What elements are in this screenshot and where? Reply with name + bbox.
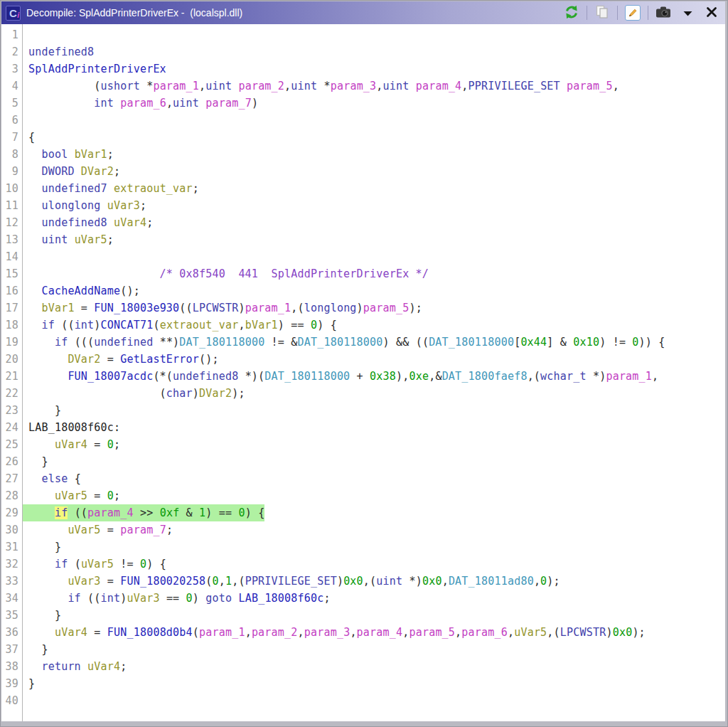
code-line[interactable]: 24LAB_18008f60c: xyxy=(1,419,725,436)
code-token[interactable] xyxy=(28,165,41,178)
code-token[interactable]: (*( xyxy=(153,370,173,383)
code-token[interactable]: , xyxy=(298,626,304,639)
code-line[interactable]: 32 if (uVar5 != 0) { xyxy=(1,556,725,573)
code-line-text[interactable] xyxy=(23,248,28,265)
code-line-text[interactable] xyxy=(23,692,28,709)
code-token[interactable] xyxy=(68,148,74,161)
code-token[interactable]: 0x0 xyxy=(613,626,633,639)
code-token[interactable]: 0xf xyxy=(160,506,180,519)
code-token[interactable]: } xyxy=(28,643,48,656)
code-token[interactable]: LPCWSTR xyxy=(560,626,606,639)
code-token[interactable]: param_3 xyxy=(304,626,350,639)
code-token[interactable]: ; xyxy=(193,182,199,195)
code-token[interactable]: , xyxy=(613,80,619,92)
code-token[interactable]: , xyxy=(376,80,382,92)
code-token[interactable] xyxy=(28,97,94,110)
code-token[interactable]: else xyxy=(41,472,68,485)
code-token[interactable]: uVar5 xyxy=(75,233,107,246)
code-line[interactable]: 8 bool bVar1; xyxy=(1,146,725,163)
code-token[interactable]: uint xyxy=(383,80,410,92)
code-token[interactable]: uVar4 xyxy=(114,216,146,229)
code-line[interactable]: 22 (char)DVar2); xyxy=(1,385,725,402)
code-token[interactable]: SplAddPrinterDriverEx xyxy=(28,63,166,75)
code-token[interactable]: ,( xyxy=(547,626,560,639)
code-token[interactable]: *) xyxy=(587,370,606,383)
code-token[interactable]: ( xyxy=(153,319,159,331)
code-token[interactable]: bVar1 xyxy=(75,148,107,161)
code-token[interactable]: ; xyxy=(107,148,114,161)
code-token[interactable]: ) { xyxy=(245,506,265,519)
code-line-text[interactable]: } xyxy=(23,641,48,658)
code-line[interactable]: 28 uVar5 = 0; xyxy=(1,487,725,504)
code-token[interactable] xyxy=(28,148,41,161)
code-token[interactable]: ) xyxy=(94,319,100,331)
code-token[interactable]: if xyxy=(68,592,80,605)
code-token[interactable]: ) xyxy=(193,592,205,605)
code-token[interactable]: uVar3 xyxy=(68,575,100,588)
code-token[interactable]: param_5 xyxy=(363,302,410,314)
code-line[interactable]: 29 if ((param_4 >> 0xf & 1) == 0) { xyxy=(1,504,725,521)
code-token[interactable]: uVar5 xyxy=(68,524,100,536)
code-line-text[interactable]: if ((param_4 >> 0xf & 1) == 0) { xyxy=(23,504,264,521)
code-token[interactable]: ; xyxy=(107,233,114,246)
code-line[interactable]: 40 xyxy=(1,692,725,709)
code-token[interactable]: , xyxy=(652,370,658,383)
code-token[interactable]: ; xyxy=(140,199,146,212)
code-line-text[interactable]: if ((int)uVar3 == 0) goto LAB_18008f60c; xyxy=(23,590,331,607)
code-token[interactable]: ) xyxy=(252,97,258,110)
code-token[interactable]: bool xyxy=(41,148,68,161)
code-token[interactable]: wchar_t xyxy=(540,370,587,383)
code-line-text[interactable]: uVar5 = 0; xyxy=(23,487,120,504)
code-token[interactable]: * xyxy=(140,80,153,92)
code-token[interactable]: DAT_180118000 xyxy=(298,336,383,349)
code-line-text[interactable]: if (((undefined **)DAT_180118000 != &DAT… xyxy=(23,334,665,351)
code-token[interactable]: LAB_18008f60c: xyxy=(28,421,120,434)
code-line-text[interactable]: uint uVar5; xyxy=(23,231,114,248)
code-token[interactable]: 0 xyxy=(238,506,245,519)
code-token[interactable] xyxy=(28,285,41,297)
code-token[interactable] xyxy=(28,233,41,246)
code-line[interactable]: 10 undefined7 extraout_var; xyxy=(1,180,725,197)
code-token[interactable] xyxy=(28,506,55,519)
code-line-text[interactable]: undefined7 extraout_var; xyxy=(23,180,199,197)
code-token[interactable]: uVar4 xyxy=(55,626,87,639)
code-token[interactable]: = xyxy=(101,575,121,588)
code-token[interactable]: param_4 xyxy=(416,80,462,92)
snapshot-button[interactable] xyxy=(654,4,673,22)
code-token[interactable]: DAT_1800faef8 xyxy=(442,370,528,383)
code-token[interactable]: uint xyxy=(173,97,199,110)
code-token[interactable]: , xyxy=(238,319,245,331)
code-token[interactable]: *)( xyxy=(238,370,264,383)
code-token[interactable] xyxy=(28,182,41,195)
code-token[interactable]: **) xyxy=(153,336,179,349)
code-token[interactable]: 0x0 xyxy=(422,575,442,588)
code-line[interactable]: 21 FUN_18007acdc(*(undefined8 *)(DAT_180… xyxy=(1,368,725,385)
code-token[interactable]: { xyxy=(68,472,80,485)
code-line[interactable]: 27 else { xyxy=(1,470,725,487)
code-token[interactable]: ) == xyxy=(278,319,311,331)
code-token[interactable] xyxy=(75,165,81,178)
code-token[interactable]: uVar4 xyxy=(87,660,120,673)
code-token[interactable]: , xyxy=(219,575,225,588)
code-token[interactable]: , xyxy=(199,80,205,92)
code-line-text[interactable]: bVar1 = FUN_18003e930((LPCWSTR)param_1,(… xyxy=(23,299,422,317)
code-token[interactable]: DVar2 xyxy=(68,353,100,366)
code-token[interactable]: = xyxy=(101,524,121,536)
code-token[interactable]: DAT_18011ad80 xyxy=(449,575,534,588)
code-token[interactable]: param_1 xyxy=(245,302,291,314)
code-token[interactable]: ) xyxy=(120,592,127,605)
code-line-text[interactable]: /* 0x8f540 441 SplAddPrinterDriverEx */ xyxy=(23,265,429,282)
code-line[interactable]: 14 xyxy=(1,248,725,265)
code-line[interactable]: 38 return uVar4; xyxy=(1,658,725,675)
code-line-text[interactable]: return uVar4; xyxy=(23,658,127,675)
code-token[interactable]: )) { xyxy=(639,336,665,349)
code-token[interactable]: undefined7 xyxy=(41,182,107,195)
code-token[interactable]: , xyxy=(166,97,173,110)
code-token[interactable]: 0 xyxy=(212,575,218,588)
code-token[interactable]: } xyxy=(28,677,35,690)
code-line[interactable]: 18 if ((int)CONCAT71(extraout_var,bVar1)… xyxy=(1,317,725,334)
code-token[interactable]: ); xyxy=(547,575,560,588)
code-line[interactable]: 33 uVar3 = FUN_180020258(0,1,(PPRIVILEGE… xyxy=(1,573,725,590)
code-token[interactable] xyxy=(28,199,41,212)
code-token[interactable]: GetLastError xyxy=(120,353,199,366)
